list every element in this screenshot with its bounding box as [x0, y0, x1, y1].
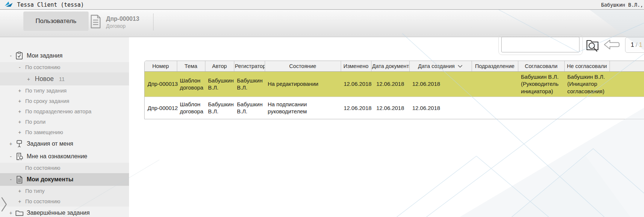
- column-header[interactable]: Не согласовали: [564, 61, 610, 71]
- table-cell: [518, 97, 564, 119]
- current-user-name: Бабушкин В.Л.,: [601, 2, 643, 8]
- sidebar-item[interactable]: +Задания от меня: [0, 137, 129, 150]
- sidebar-item[interactable]: -Мои задания: [0, 49, 129, 62]
- table-row[interactable]: Дпр-000012Шаблон договораБабушкин В.Л.Ба…: [145, 97, 644, 119]
- collapse-icon[interactable]: -: [8, 153, 13, 159]
- signpost-icon: [15, 140, 24, 148]
- back-arrow-icon: [603, 46, 620, 52]
- app-window: Tessa Client (tessa) Бабушкин В.Л., Поль…: [0, 0, 644, 217]
- sidebar-item-label: Завершённые задания: [27, 210, 90, 216]
- sidebar-item[interactable]: +По замещению: [0, 127, 129, 137]
- back-button[interactable]: [603, 38, 620, 52]
- column-header[interactable]: Подразделение: [472, 61, 518, 71]
- table-cell: Дпр-000012: [145, 97, 177, 119]
- expand-icon[interactable]: +: [17, 119, 22, 125]
- sidebar-item-label: Задания от меня: [27, 140, 73, 147]
- table-cell: Бабушкин В.Л.: [205, 71, 234, 97]
- table-cell: 12.06.2018: [409, 71, 472, 97]
- table-cell: 12.06.2018: [371, 97, 409, 119]
- column-header[interactable]: Регистратор: [234, 61, 265, 71]
- sidebar-item[interactable]: +Завершённые задания: [0, 207, 129, 217]
- document-icon: [15, 176, 24, 184]
- table-cell: Шаблон договора: [177, 97, 205, 119]
- column-header[interactable]: Состояние: [265, 61, 341, 71]
- tab-user[interactable]: Пользователь: [23, 12, 89, 31]
- sidebar: -Мои задания-По состоянию+Новое11+По тип…: [0, 37, 129, 217]
- expand-icon[interactable]: +: [17, 98, 22, 104]
- page-current: 1: [631, 41, 634, 49]
- sidebar-item-label: По подразделению автора: [25, 108, 92, 114]
- table-cell: На редактировании: [265, 71, 341, 97]
- sidebar-item-label: По сроку задания: [25, 98, 69, 104]
- table-cell: [472, 71, 518, 97]
- table-cell: 12.06.2018: [341, 97, 371, 119]
- sidebar-item-label: По замещению: [25, 129, 63, 135]
- tasks-icon: [15, 52, 24, 60]
- page-separator: /: [635, 41, 637, 49]
- tab-separator: [153, 13, 153, 30]
- expand-icon[interactable]: +: [17, 198, 22, 204]
- table-row[interactable]: Дпр-000013Шаблон договораБабушкин В.Л.Ба…: [145, 71, 644, 97]
- sidebar-item-label: Мои задания: [27, 52, 63, 59]
- tab-document[interactable]: Дпр-000013 Договор: [90, 12, 139, 32]
- folder-icon: [15, 210, 24, 216]
- search-input[interactable]: [501, 37, 579, 52]
- expand-icon[interactable]: +: [26, 76, 31, 82]
- table-cell: Шаблон договора: [177, 71, 205, 97]
- tab-document-subtitle: Договор: [106, 23, 139, 29]
- sidebar-item-label: По типу: [25, 188, 44, 194]
- collapse-icon[interactable]: -: [17, 64, 22, 70]
- sidebar-item-label: Мне на ознакомление: [27, 153, 87, 160]
- expand-icon[interactable]: +: [8, 210, 13, 216]
- column-header[interactable]: Согласовали: [518, 61, 564, 71]
- sidebar-item-label: По роли: [25, 119, 46, 125]
- column-header[interactable]: Изменено: [341, 61, 371, 71]
- column-header[interactable]: Автор: [205, 61, 234, 71]
- document-icon: [90, 14, 101, 30]
- expand-icon[interactable]: +: [17, 188, 22, 194]
- sidebar-item-label: Новое: [35, 75, 54, 83]
- expand-icon[interactable]: +: [17, 129, 22, 135]
- sidebar-item[interactable]: +По подразделению автора: [0, 106, 129, 117]
- table-cell: Бабушкин В.Л. (Руководитель инициатора): [518, 71, 564, 97]
- column-header[interactable]: Дата создания: [409, 61, 472, 71]
- sidebar-item[interactable]: +По роли: [0, 117, 129, 127]
- page-total: 1: [639, 41, 642, 49]
- sidebar-item[interactable]: -По состоянию: [0, 62, 129, 72]
- table-cell: 12.06.2018: [341, 71, 371, 97]
- app-title: Tessa Client (tessa): [17, 1, 84, 8]
- column-header[interactable]: Дата документа: [371, 61, 409, 71]
- sidebar-item-label: Мои документы: [27, 176, 73, 183]
- sidebar-item[interactable]: -Мне на ознакомление: [0, 150, 129, 163]
- sidebar-item[interactable]: +По типу задания: [0, 85, 129, 96]
- collapse-icon[interactable]: -: [8, 53, 13, 59]
- tab-document-title: Дпр-000013: [106, 16, 139, 22]
- sidebar-item[interactable]: +По типу: [0, 186, 129, 196]
- sidebar-item[interactable]: +Новое11: [0, 72, 129, 85]
- page-indicator[interactable]: 1 / 1: [625, 37, 644, 53]
- expand-icon[interactable]: +: [17, 88, 22, 94]
- expand-icon[interactable]: +: [17, 108, 22, 114]
- expand-icon[interactable]: +: [8, 141, 13, 147]
- collapse-icon[interactable]: -: [8, 176, 13, 182]
- sidebar-item[interactable]: +По состоянию: [0, 196, 129, 207]
- sidebar-item-label: По типу задания: [25, 88, 67, 94]
- sidebar-expand-chevron[interactable]: [1, 196, 7, 214]
- tab-user-label: Пользователь: [36, 17, 76, 25]
- tab-bar: Пользователь Дпр-000013 Договор: [0, 10, 644, 37]
- table-cell: Бабушкин В.Л.: [234, 71, 265, 97]
- column-header[interactable]: Тема: [177, 61, 205, 71]
- table-cell: На подписании руководителем: [265, 97, 341, 119]
- table-cell: 12.06.2018: [409, 97, 472, 119]
- sidebar-item[interactable]: +По сроку задания: [0, 96, 129, 106]
- sidebar-item-label: По состоянию: [25, 165, 60, 171]
- table-cell: 12.06.2018: [371, 71, 409, 97]
- table-cell: Бабушкин В.Л.: [234, 97, 265, 119]
- sidebar-item[interactable]: По состоянию: [0, 163, 129, 173]
- table-cell: Дпр-000013: [145, 71, 177, 97]
- column-header[interactable]: Номер: [145, 61, 177, 71]
- sidebar-item[interactable]: -Мои документы: [0, 173, 129, 186]
- column-header-filler: [610, 61, 644, 71]
- folder-search-icon: [584, 49, 601, 55]
- folder-search-button[interactable]: [584, 36, 601, 55]
